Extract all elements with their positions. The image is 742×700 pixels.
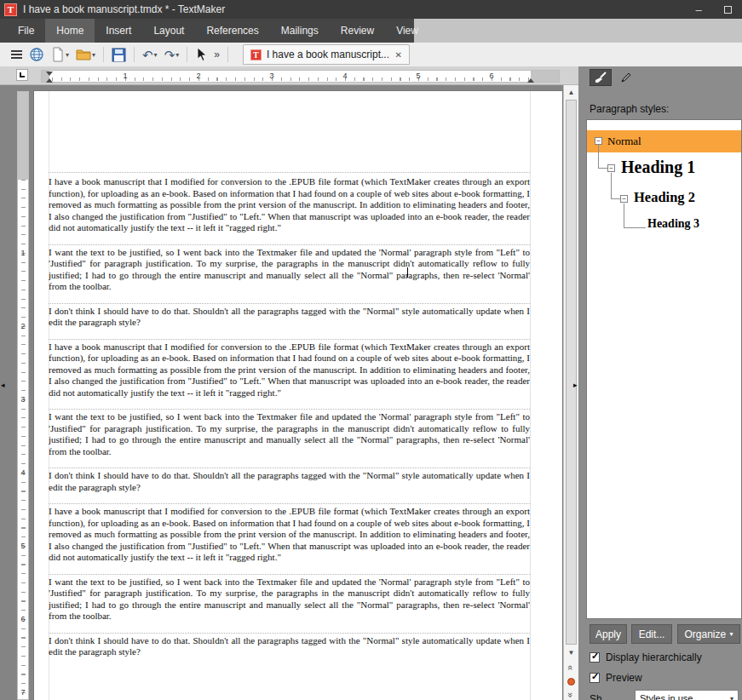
collapse-icon[interactable]: −	[620, 195, 628, 203]
paragraph[interactable]: I don't think I should have to do that. …	[49, 633, 530, 658]
paragraph[interactable]: I want the text to be justified, so I we…	[49, 574, 530, 623]
online-help-globe-icon[interactable]	[26, 44, 48, 65]
maximize-icon	[724, 6, 732, 14]
maximize-button[interactable]	[713, 0, 742, 19]
scroll-down-button[interactable]: ▼	[564, 645, 578, 659]
toolbar-overflow-icon[interactable]: »	[210, 44, 223, 65]
double-chevron-up-icon: «	[567, 665, 577, 670]
menu-mailings[interactable]: Mailings	[270, 19, 330, 43]
style-name-heading3[interactable]: Heading 3	[647, 217, 699, 231]
open-folder-icon	[76, 48, 91, 61]
checkbox-checked-icon[interactable]: ✓	[590, 673, 600, 683]
open-document-button[interactable]: ▾	[72, 44, 99, 65]
scrollbar-thumb[interactable]	[566, 100, 577, 645]
ruler-number: 1	[123, 72, 127, 80]
document-tab-close-icon[interactable]: ✕	[395, 50, 402, 60]
first-line-indent-marker[interactable]	[46, 72, 53, 76]
document-viewport: 1 2 3 4 5 6 7 I have a book manuscript t…	[0, 85, 563, 700]
previous-page-button[interactable]: «	[564, 661, 578, 674]
left-indent-marker[interactable]	[46, 78, 53, 83]
display-hierarchically-checkbox[interactable]: ✓ Display hierarchically	[590, 651, 702, 663]
tree-connector	[624, 204, 624, 228]
paragraph[interactable]: I don't think I should have to do that. …	[49, 468, 530, 493]
redo-icon: ↷	[164, 49, 175, 61]
ruler-number: 4	[18, 468, 28, 477]
edit-button[interactable]: Edit...	[631, 624, 672, 644]
redo-dropdown-icon[interactable]: ▾	[175, 51, 179, 59]
menu-insert[interactable]: Insert	[95, 19, 142, 43]
paragraph[interactable]: I want the text to be justified, so I we…	[49, 409, 530, 457]
browse-object-icon	[567, 678, 575, 686]
preview-checkbox[interactable]: ✓ Preview	[590, 672, 642, 684]
undo-dropdown-icon[interactable]: ▾	[154, 51, 158, 59]
save-icon	[112, 48, 126, 62]
scroll-up-button[interactable]: ▲	[564, 85, 578, 99]
ruler-number: 6	[18, 615, 28, 623]
window-title: I have a book manuscript.tmdx * - TextMa…	[23, 3, 684, 15]
ruler-number: 6	[489, 72, 493, 80]
document-tab-label: I have a book manuscript....	[267, 49, 388, 60]
redo-button[interactable]: ↷ ▾	[161, 44, 183, 65]
style-name-heading2[interactable]: Heading 2	[634, 189, 695, 206]
vertical-ruler: 1 2 3 4 5 6 7	[17, 91, 29, 700]
styles-filter-dropdown[interactable]: Styles in use ▾	[635, 690, 739, 700]
save-button[interactable]	[108, 44, 129, 65]
menu-bar: File Home Insert Layout References Maili…	[0, 19, 742, 43]
paragraph[interactable]: I have a book manuscript that I modified…	[49, 503, 530, 564]
show-label: Sh	[590, 693, 602, 700]
toolbar-separator	[134, 47, 135, 62]
ruler-number: 5	[416, 72, 420, 80]
style-name-heading1[interactable]: Heading 1	[621, 158, 695, 177]
ruler-number: 5	[18, 542, 28, 550]
checkbox-label: Preview	[606, 672, 642, 684]
style-name-normal[interactable]: Normal	[607, 135, 641, 148]
styles-tree[interactable]: − Normal − Heading 1 − Heading 2 Heading…	[586, 119, 742, 619]
document-tab[interactable]: T I have a book manuscript.... ✕	[243, 44, 410, 65]
quick-access-toolbar: ▾ ▾ ↶ ▾ ↷ ▾ » T I have a book manuscript…	[0, 43, 742, 66]
right-indent-marker[interactable]	[527, 78, 534, 83]
new-document-button[interactable]: ▾	[48, 44, 72, 65]
undo-button[interactable]: ↶ ▾	[139, 44, 161, 65]
new-document-dropdown-icon[interactable]: ▾	[66, 51, 69, 59]
undo-icon: ↶	[142, 49, 153, 61]
checkbox-checked-icon[interactable]: ✓	[590, 652, 600, 663]
ruler-number: 1	[18, 249, 28, 257]
document-text[interactable]: I have a book manuscript that I modified…	[49, 172, 530, 698]
tab-stop-selector[interactable]	[16, 69, 28, 81]
menu-view[interactable]: View	[385, 19, 429, 43]
toolbar-separator	[103, 47, 104, 62]
apply-button[interactable]: Apply	[590, 624, 627, 644]
open-dropdown-icon[interactable]: ▾	[92, 51, 95, 59]
paragraph[interactable]: I want the text to be justified, so I we…	[49, 244, 530, 293]
document-page[interactable]: I have a book manuscript that I modified…	[34, 91, 562, 700]
menu-review[interactable]: Review	[330, 19, 385, 43]
tree-connector	[611, 198, 620, 199]
menu-layout[interactable]: Layout	[142, 19, 195, 43]
paragraph[interactable]: I have a book manuscript that I modified…	[49, 172, 530, 234]
vertical-scrollbar[interactable]: ▲ ▼ « »	[563, 85, 578, 700]
sidebar-panel: Paragraph styles: − Normal − Heading 1 −…	[578, 66, 742, 700]
character-styles-pane-button[interactable]	[615, 69, 637, 86]
collapse-icon[interactable]: −	[607, 164, 615, 172]
select-pointer-button[interactable]	[192, 44, 210, 65]
paragraph[interactable]: I don't think I should have to do that. …	[49, 303, 530, 329]
toolbar-separator	[187, 47, 187, 62]
right-splitter-handle[interactable]: ▸	[573, 382, 578, 389]
menu-file[interactable]: File	[7, 19, 45, 43]
left-splitter-handle[interactable]: ◂	[1, 382, 5, 389]
styles-filter-value: Styles in use	[640, 693, 693, 700]
double-chevron-down-icon: »	[567, 692, 577, 697]
browse-object-button[interactable]	[564, 674, 578, 688]
paragraph-styles-pane-button[interactable]	[590, 69, 612, 86]
ruler-row: 1 2 3 4 5 6	[0, 66, 578, 85]
next-page-button[interactable]: »	[564, 688, 578, 700]
menu-references[interactable]: References	[195, 19, 269, 43]
hamburger-menu-icon[interactable]	[8, 44, 26, 65]
ruler-number: 4	[342, 72, 347, 80]
organize-button[interactable]: Organize ▾	[677, 624, 740, 644]
textmaker-window: T I have a book manuscript.tmdx * - Text…	[0, 0, 742, 700]
organize-dropdown-icon: ▾	[730, 630, 733, 638]
menu-home[interactable]: Home	[45, 19, 95, 43]
paragraph[interactable]: I have a book manuscript that I modified…	[49, 339, 530, 399]
minimize-button[interactable]: –	[684, 0, 713, 19]
